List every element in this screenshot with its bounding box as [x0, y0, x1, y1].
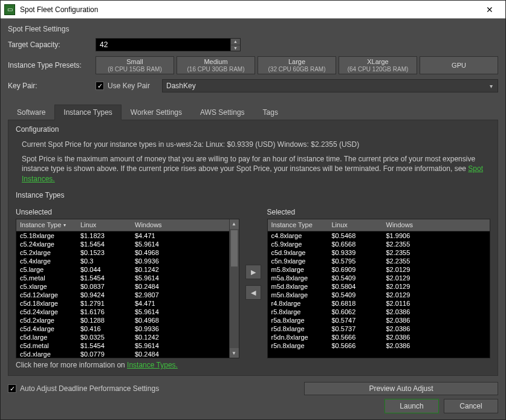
unselected-listbox[interactable]: Instance Type▾ Linux Windows c5.18xlarge… [16, 219, 239, 358]
spot-explain-text: Spot Price is the maximum amount of mone… [22, 155, 475, 173]
table-row[interactable]: c5d.large$0.0325$0.1242 [16, 333, 229, 341]
move-right-button[interactable]: ▶ [245, 265, 261, 279]
sort-indicator-icon: ▾ [63, 222, 66, 228]
selected-panel: Selected Instance Type Linux Windows c4.… [267, 207, 491, 358]
col-linux-header[interactable]: Linux [77, 221, 131, 228]
table-row[interactable]: c5d.12xlarge$0.9424$2.9807 [16, 291, 229, 299]
preset-button-xlarge[interactable]: XLarge(64 CPU 120GB RAM) [339, 56, 417, 74]
settings-header: Spot Fleet Settings [8, 25, 498, 33]
table-row[interactable]: c5d.metal$1.5454$5.9614 [16, 341, 229, 350]
table-row[interactable]: c5.metal$1.5454$5.9614 [16, 274, 229, 282]
preset-button-small[interactable]: Small(8 CPU 15GB RAM) [96, 56, 174, 74]
move-left-button[interactable]: ◀ [245, 285, 261, 300]
titlebar: ▭ Spot Fleet Configuration ✕ [1, 1, 505, 19]
col-windows-header[interactable]: Windows [131, 221, 229, 228]
scroll-down-button[interactable]: ▼ [230, 348, 239, 358]
preset-button-medium[interactable]: Medium(16 CPU 30GB RAM) [177, 56, 255, 74]
table-row[interactable]: c5d.xlarge$0.0779$0.2484 [16, 350, 229, 358]
keypair-label: Key Pair: [8, 82, 96, 90]
spin-down-button[interactable]: ▼ [230, 45, 240, 51]
unselected-panel: Unselected Instance Type▾ Linux Windows … [16, 207, 239, 358]
table-row[interactable]: c5.xlarge$0.0837$0.2484 [16, 282, 229, 291]
window-title: Spot Fleet Configuration [20, 5, 478, 14]
scroll-thumb[interactable] [231, 230, 238, 267]
app-icon: ▭ [4, 4, 15, 15]
presets-row: Instance Type Presets: Small(8 CPU 15GB … [8, 56, 498, 74]
keypair-select[interactable]: DashKey [162, 79, 498, 92]
instance-types-link[interactable]: Instance Types. [127, 361, 178, 369]
table-row[interactable]: c4.8xlarge$0.5468$1.9906 [268, 231, 490, 240]
footer: Launch Cancel [8, 395, 498, 415]
table-row[interactable]: m5a.8xlarge$0.5409$2.0129 [268, 274, 490, 282]
table-row[interactable]: c5.24xlarge$1.5454$5.9614 [16, 240, 229, 248]
hint-prefix: Click here for more information on [16, 361, 127, 369]
table-row[interactable]: m5d.8xlarge$0.5804$2.0129 [268, 282, 490, 291]
table-row[interactable]: r5.8xlarge$0.6062$2.0386 [268, 308, 490, 316]
table-row[interactable]: c5d.4xlarge$0.416$0.9936 [16, 325, 229, 333]
tab-software[interactable]: Software [8, 105, 54, 120]
tab-instance-types[interactable]: Instance Types [54, 105, 122, 120]
spot-explain: Spot Price is the maximum amount of mone… [22, 154, 490, 184]
table-row[interactable]: c5.4xlarge$0.3$0.9936 [16, 257, 229, 265]
table-row[interactable]: m5.8xlarge$0.6909$2.0129 [268, 265, 490, 274]
bottom-row: ✓ Auto Adjust Deadline Performance Setti… [8, 382, 498, 395]
use-keypair-wrap: ✓ Use Key Pair [96, 82, 150, 90]
unselected-rows: c5.18xlarge$1.1823$4.471c5.24xlarge$1.54… [16, 231, 229, 358]
selected-label: Selected [267, 208, 491, 216]
preset-button-large[interactable]: Large(32 CPU 60GB RAM) [258, 56, 336, 74]
tab-tags[interactable]: Tags [254, 105, 287, 120]
table-row[interactable]: c5.18xlarge$1.1823$4.471 [16, 231, 229, 240]
tab-body: Configuration Current Spot Price for you… [8, 120, 498, 376]
col-windows-header-2[interactable]: Windows [383, 221, 490, 228]
auto-adjust-wrap: ✓ Auto Adjust Deadline Performance Setti… [8, 384, 159, 393]
unselected-header: Instance Type▾ Linux Windows [16, 219, 229, 231]
table-row[interactable]: c5d.24xlarge$1.6176$5.9614 [16, 308, 229, 316]
tab-aws-settings[interactable]: AWS Settings [191, 105, 254, 120]
preview-auto-adjust-button[interactable]: Preview Auto Adjust [304, 382, 498, 395]
selected-rows: c4.8xlarge$0.5468$1.9906c5.9xlarge$0.656… [268, 231, 490, 358]
presets-label: Instance Type Presets: [8, 61, 96, 69]
table-row[interactable]: c5d.18xlarge$1.2791$4.471 [16, 299, 229, 308]
selected-listbox[interactable]: Instance Type Linux Windows c4.8xlarge$0… [267, 219, 491, 358]
table-row[interactable]: c5.large$0.044$0.1242 [16, 265, 229, 274]
tab-worker-settings[interactable]: Worker Settings [122, 105, 191, 120]
selected-header: Instance Type Linux Windows [268, 219, 490, 231]
col-type-header-2[interactable]: Instance Type [268, 221, 328, 228]
keypair-value: DashKey [166, 82, 196, 90]
table-row[interactable]: c5.9xlarge$0.6568$2.2355 [268, 240, 490, 248]
target-capacity-row: Target Capacity: ▲ ▼ [8, 38, 498, 51]
use-keypair-checkbox[interactable]: ✓ [96, 82, 104, 90]
config-title: Configuration [16, 125, 490, 134]
use-keypair-label: Use Key Pair [108, 82, 150, 90]
auto-adjust-checkbox[interactable]: ✓ [8, 384, 16, 393]
table-row[interactable]: r5d.8xlarge$0.5737$2.0386 [268, 325, 490, 333]
close-button[interactable]: ✕ [478, 1, 502, 19]
table-row[interactable]: c5d.2xlarge$0.1288$0.4968 [16, 316, 229, 325]
instance-types-title: Instance Types [16, 191, 490, 199]
spot-price-text: Current Spot Price for your instance typ… [22, 140, 490, 149]
table-row[interactable]: m5n.8xlarge$0.5409$2.0129 [268, 291, 490, 299]
table-row[interactable]: r4.8xlarge$0.6818$2.0116 [268, 299, 490, 308]
table-row[interactable]: r5dn.8xlarge$0.5666$2.0386 [268, 333, 490, 341]
transfer-buttons: ▶ ◀ [244, 207, 262, 358]
spin-up-button[interactable]: ▲ [230, 39, 240, 45]
scroll-up-button[interactable]: ▲ [230, 219, 239, 229]
table-row[interactable]: r5n.8xlarge$0.5666$2.0386 [268, 341, 490, 350]
table-row[interactable]: c5d.9xlarge$0.9339$2.2355 [268, 248, 490, 257]
table-row[interactable]: c5n.9xlarge$0.5795$2.2355 [268, 257, 490, 265]
col-type-header[interactable]: Instance Type▾ [16, 221, 77, 228]
preset-button-gpu[interactable]: GPU [420, 56, 498, 74]
keypair-row: Key Pair: ✓ Use Key Pair DashKey [8, 79, 498, 92]
table-row[interactable]: c5.2xlarge$0.1523$0.4968 [16, 248, 229, 257]
content: Spot Fleet Settings Target Capacity: ▲ ▼… [1, 19, 505, 419]
target-capacity-label: Target Capacity: [8, 40, 96, 49]
table-row[interactable]: r5a.8xlarge$0.5747$2.0386 [268, 316, 490, 325]
unselected-scrollbar[interactable]: ▲ ▼ [229, 219, 239, 358]
cancel-button[interactable]: Cancel [444, 399, 498, 413]
launch-button[interactable]: Launch [384, 399, 439, 413]
auto-adjust-label: Auto Adjust Deadline Performance Setting… [20, 384, 159, 393]
target-capacity-input[interactable] [96, 39, 230, 51]
preset-buttons: Small(8 CPU 15GB RAM)Medium(16 CPU 30GB … [96, 56, 498, 74]
target-capacity-input-wrap: ▲ ▼ [96, 38, 241, 51]
col-linux-header-2[interactable]: Linux [328, 221, 383, 228]
